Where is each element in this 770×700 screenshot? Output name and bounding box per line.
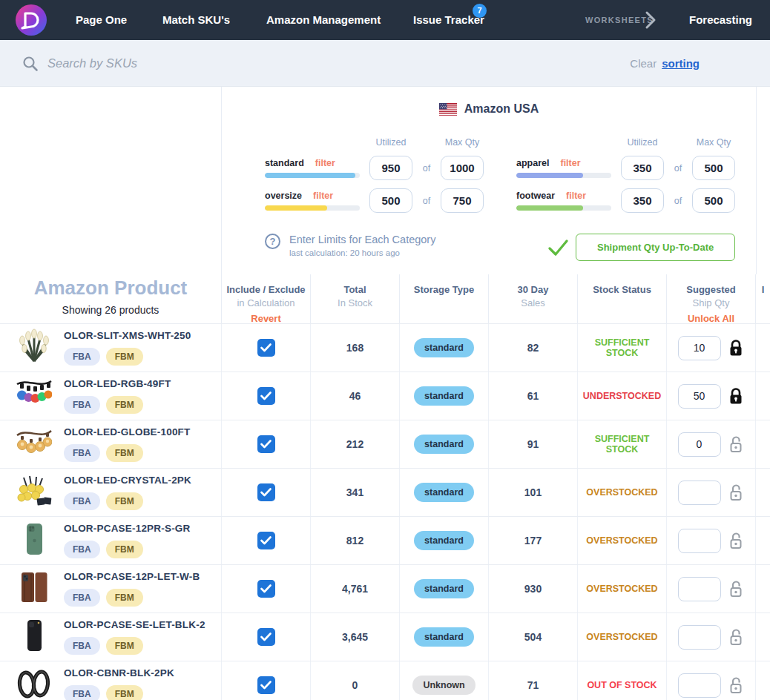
limits-info: ? Enter Limits for Each Category last ca…	[265, 234, 435, 257]
sales-30day-value: 61	[527, 390, 539, 402]
help-icon[interactable]: ?	[265, 234, 280, 249]
filter-link[interactable]: filter	[315, 158, 335, 168]
include-checkbox[interactable]	[257, 483, 275, 501]
include-checkbox[interactable]	[257, 580, 275, 598]
app-window: Page One Match SKU's Amazon Management I…	[0, 0, 770, 700]
ship-qty-input[interactable]	[678, 432, 721, 457]
lock-open-icon[interactable]	[728, 628, 745, 646]
stock-status-label: OUT OF STOCK	[587, 680, 657, 690]
include-checkbox[interactable]	[257, 387, 275, 405]
utilized-input[interactable]	[621, 188, 664, 213]
lock-open-icon[interactable]	[728, 532, 745, 549]
fulfillment-badge-fba: FBA	[64, 637, 100, 655]
include-cell	[221, 469, 310, 516]
storage-type-cell: standard	[399, 324, 488, 372]
product-sku: OLOR-LED-GLOBE-100FT	[64, 426, 191, 438]
fulfillment-badge-fbm: FBM	[106, 685, 143, 700]
column-label: 30 Day	[518, 284, 549, 295]
column-header-stock-status: Stock Status	[577, 274, 666, 323]
lock-open-icon[interactable]	[728, 676, 745, 694]
utilized-input[interactable]	[621, 156, 664, 180]
stock-status-label: OVERSTOCKED	[586, 632, 657, 642]
filter-link[interactable]: filter	[560, 158, 580, 168]
ship-qty-input[interactable]	[678, 384, 721, 409]
lock-open-icon[interactable]	[728, 483, 745, 501]
sales-30day-value: 504	[524, 631, 542, 643]
max-qty-input[interactable]	[692, 156, 735, 180]
product-cell: OLOR-PCASE-12PR-S-GRFBAFBM	[0, 517, 221, 564]
stock-status-label: SUFFICIENT STOCK	[578, 337, 666, 358]
nav-item-worksheets[interactable]: WORKSHEETS	[585, 0, 654, 40]
ship-qty-input[interactable]	[678, 481, 721, 505]
storage-type-badge: standard	[414, 386, 474, 406]
column-label: Storage Type	[414, 284, 474, 295]
shipment-qty-button[interactable]: Shipment Qty Up-To-Date	[576, 234, 735, 261]
total-in-stock-cell: 168	[310, 324, 399, 372]
ship-qty-input[interactable]	[678, 673, 721, 698]
category-limits: UtilizedMax Qtystandardfilterofoversizef…	[265, 137, 735, 213]
include-cell	[221, 324, 310, 372]
app-logo-icon[interactable]	[15, 4, 47, 36]
filter-link[interactable]: filter	[566, 191, 586, 201]
table-row: OLOR-CBNR-BLK-2PKFBAFBM0Unknown71OUT OF …	[0, 661, 770, 700]
nav-item-amazon-management[interactable]: Amazon Management	[266, 0, 381, 40]
stock-status-cell: OVERSTOCKED	[577, 517, 666, 564]
column-header-30-day: 30 DaySales	[488, 274, 577, 323]
storage-type-badge: standard	[414, 483, 474, 502]
include-cell	[221, 517, 310, 564]
clear-button[interactable]: Clear	[630, 57, 657, 70]
check-icon	[548, 239, 568, 257]
utilized-input[interactable]	[369, 156, 412, 180]
column-label: Include / Exclude	[226, 284, 305, 295]
filter-link[interactable]: filter	[313, 191, 333, 201]
sales-cell: 177	[488, 517, 577, 564]
utilized-input[interactable]	[369, 188, 412, 213]
category-name: oversize	[265, 191, 302, 201]
storage-type-cell: standard	[399, 613, 488, 661]
column-sublabel: in Calculation	[237, 297, 294, 308]
include-checkbox[interactable]	[257, 628, 275, 646]
column-action[interactable]: Unlock All	[688, 313, 734, 323]
include-checkbox[interactable]	[257, 532, 275, 549]
product-sku: OLOR-PCASE-12PR-S-GR	[64, 523, 191, 534]
lock-open-icon[interactable]	[728, 580, 745, 598]
ship-qty-cell	[666, 469, 755, 516]
nav-item-forecasting[interactable]: Forecasting	[689, 0, 752, 40]
usa-flag-icon	[439, 103, 457, 116]
include-checkbox[interactable]	[257, 435, 275, 453]
chevron-right-icon[interactable]	[645, 10, 657, 30]
total-in-stock-value: 3,645	[342, 631, 368, 643]
total-in-stock-cell: 4,761	[310, 565, 399, 612]
category-progress-bar	[265, 173, 360, 178]
ship-qty-input[interactable]	[678, 625, 721, 650]
column-label: I	[762, 284, 765, 295]
total-in-stock-value: 0	[352, 679, 358, 691]
lock-open-icon[interactable]	[728, 435, 745, 453]
ship-qty-input[interactable]	[678, 577, 721, 601]
category-progress-bar	[516, 173, 611, 178]
include-checkbox[interactable]	[257, 339, 275, 357]
total-in-stock-value: 4,761	[342, 583, 368, 595]
ship-qty-input[interactable]	[678, 336, 721, 360]
include-checkbox[interactable]	[257, 676, 275, 694]
total-in-stock-cell: 812	[310, 517, 399, 564]
nav-item-page-one[interactable]: Page One	[76, 0, 127, 40]
sales-cell: 504	[488, 613, 577, 661]
column-label: Suggested	[686, 284, 735, 295]
lock-closed-icon[interactable]	[728, 339, 745, 357]
max-qty-input[interactable]	[692, 188, 735, 213]
stock-status-cell: OVERSTOCKED	[577, 565, 666, 612]
sorting-link[interactable]: sorting	[662, 57, 700, 70]
column-action[interactable]: Revert	[251, 313, 280, 323]
max-qty-input[interactable]	[441, 188, 484, 213]
search-input[interactable]	[47, 40, 433, 87]
table-header: Amazon Product Showing 26 products Inclu…	[0, 274, 770, 323]
product-thumbnail-phone-case-green	[16, 521, 52, 560]
max-qty-input[interactable]	[441, 156, 484, 180]
nav-item-match-skus[interactable]: Match SKU's	[162, 0, 230, 40]
lock-closed-icon[interactable]	[728, 387, 745, 405]
ship-qty-cell	[666, 372, 755, 420]
ship-qty-input[interactable]	[678, 529, 721, 553]
fulfillment-badge-fbm: FBM	[106, 444, 143, 462]
fulfillment-badge-fbm: FBM	[106, 348, 143, 366]
